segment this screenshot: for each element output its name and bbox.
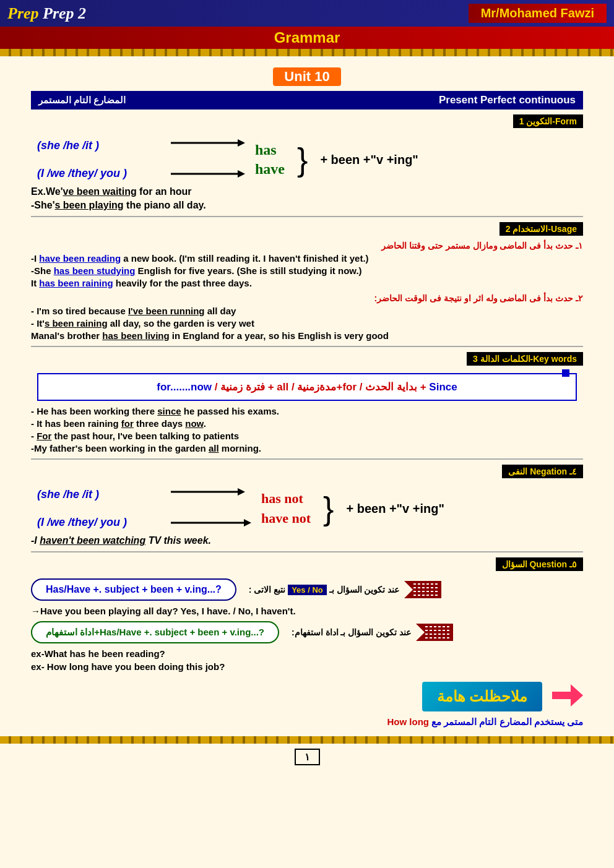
neg-formula: + been +"v +ing" [346,502,444,516]
q-instruction1-text: عند تكوين السؤال بـ Yes / No نتبع الاتى … [249,585,399,595]
pronoun-i: (I /we /they/ you ) [37,167,161,180]
section4-header: النفى Negation ٤ـ [502,465,583,478]
neg-arrow2 [171,518,251,530]
topic-en: Present Perfect continuous [439,94,576,106]
neg-example: -I haven't been watching TV this week. [31,535,583,546]
usage-bullet6: Manal's brother has been living in Engla… [31,330,583,341]
usage-note2: ٢ـ حدث بدأ فى الماضى وله اثر او نتيجة فى… [31,293,583,303]
q-arrow-hatched2 [416,624,453,641]
prep2-logo: Prep Prep 2 [7,4,86,23]
important-notes-row: ملاحظلت هامة [31,682,583,711]
important-arrow-icon [552,683,583,710]
section-keywords: الكلمات الدالة 3-Key words [31,352,583,368]
example2: -She's been playing the piano all day. [31,200,583,211]
q-formula1-box: Has/Have +. subject + been + v.ing...? [31,578,236,601]
section1-header: التكوين 1-Form [513,114,583,128]
section5-header: السؤال Question ٥ـ [496,557,583,571]
neg-has-not: has not [261,491,303,507]
svg-marker-5 [238,488,245,496]
deco-bottom [0,736,614,744]
neg-pronoun-she: (she /he /it ) [37,488,161,501]
svg-marker-3 [238,170,245,178]
usage-bullet5: - It's been raining all day, so the gard… [31,318,583,329]
usage-bullet1: -I have been reading a new book. (I'm st… [31,253,583,264]
header-bar: Prep Prep 2 Mr/Mohamed Fawzi [0,0,614,27]
neg-arrow1 [171,487,251,499]
section-negation: النفى Negation ٤ـ [31,465,583,481]
kw-since: Since [429,381,457,393]
unit-box: Unit 10 [273,67,340,86]
example1: Ex.We've been waiting for an hour [31,186,583,197]
neg-brace: } [323,492,334,525]
form-diagram: (she /he /it ) (I /we /they/ you ) has h… [37,138,577,181]
q-formula2-box: اداة استفهام+Has/Have +. subject + been … [31,621,279,643]
arrows-group [171,138,245,181]
page-number: ١ [295,749,320,765]
svg-marker-18 [552,684,583,707]
usage-note1: ١ـ حدث بدأ فى الماضى ومازال مستمر حتى وق… [31,241,583,251]
kw-ex3: - For the past hour, I've been talking t… [31,431,583,441]
q-instruction1: عند تكوين السؤال بـ Yes / No نتبع الاتى … [249,581,441,598]
q-row2: اداة استفهام+Has/Have +. subject + been … [31,621,583,643]
neg-arrows-group [171,487,251,530]
pronoun-she: (she /he /it ) [37,139,161,152]
big-brace: } [297,144,308,176]
divider1 [31,216,583,217]
arrow2 [171,169,245,181]
kw-ex4: -My father's been working in the garden … [31,443,583,453]
q-example1: →Have you been playing all day? Yes, I h… [31,606,583,616]
important-title: ملاحظلت هامة [437,689,527,705]
svg-marker-1 [238,139,245,147]
ex1-underline: ve been waiting [63,186,137,197]
aux-group: has have [255,142,285,178]
section-usage: الاستخدام 2-Usage [31,222,583,238]
neg-have-not: have not [261,510,311,526]
section-question: السؤال Question ٥ـ [31,557,583,574]
unit-title: Unit 10 [31,67,583,86]
usage-bullet3: It has been raining heavily for the past… [31,278,583,288]
aux-have: have [255,161,285,178]
q-example2b: ex- How long have you been doing this jo… [31,661,583,672]
q-instruction2: عند تكوين السؤال بـ اداة استفهام: [292,624,453,641]
divider3 [31,458,583,460]
aux-has: has [255,142,277,158]
neg-aux-group: has not have not [261,491,311,526]
q-row1: Has/Have +. subject + been + v.ing...? ع… [31,578,583,601]
keywords-box: Since + بداية الحدث / for+مدةزمنية / all… [37,373,577,401]
section-form: التكوين 1-Form [31,114,583,132]
q-arrow-hatched1 [404,581,441,598]
pronoun-group: (she /he /it ) (I /we /they/ you ) [37,139,161,180]
kw-ex2: - It has been raining for three days now… [31,418,583,429]
topic-header: المضارع التام المستمر Present Perfect co… [31,91,583,110]
page-number-area: ١ [0,749,614,765]
been-formula: + been +"v +ing" [320,153,418,167]
q-example2a: ex-What has he been reading? [31,648,583,659]
divider4 [31,551,583,552]
section3-header: الكلمات الدالة 3-Key words [467,352,583,366]
deco-top [0,49,614,56]
kw-ex1: - He has been working there since he pas… [31,406,583,416]
neg-pronoun-group: (she /he /it ) (I /we /they/ you ) [37,488,161,529]
usage-bullet4: - I'm so tired because I've been running… [31,306,583,316]
neg-diagram: (she /he /it ) (I /we /they/ you ) has n… [37,487,577,530]
ex2-underline: s been playing [54,200,123,210]
section2-header: الاستخدام 2-Usage [499,222,583,236]
divider2 [31,346,583,347]
topic-ar: المضارع التام المستمر [38,95,126,106]
arrow1 [171,138,245,150]
usage-bullet2: -She has been studying English for five … [31,265,583,276]
grammar-bar: Grammar [0,27,614,49]
important-box: ملاحظلت هامة [422,682,542,711]
neg-pronoun-i: (I /we /they/ you ) [37,516,161,529]
teacher-name: Mr/Mohamed Fawzi [469,4,607,23]
svg-marker-7 [244,519,251,526]
q-instruction2-text: عند تكوين السؤال بـ اداة استفهام: [292,627,411,637]
dot-deco [562,369,569,377]
bottom-note: متى يستخدم المضارع التام المستمر مع How … [31,716,583,728]
